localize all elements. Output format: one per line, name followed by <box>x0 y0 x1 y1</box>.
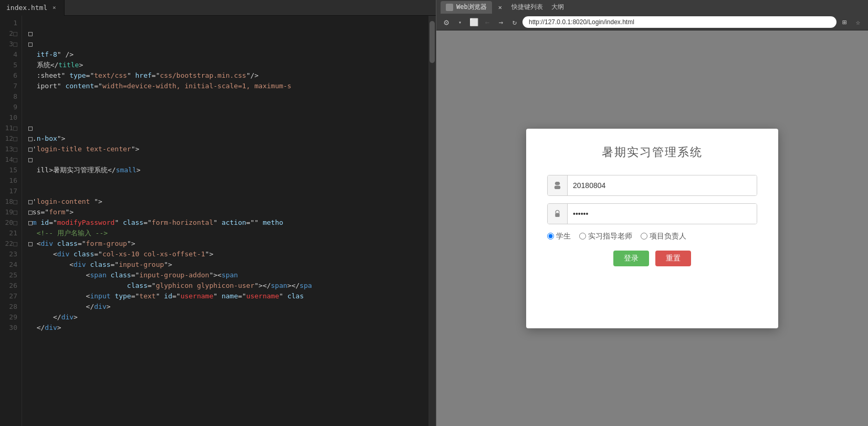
reset-button[interactable]: 重置 <box>655 251 691 266</box>
code-line-16 <box>28 175 428 186</box>
radio-manager-input[interactable] <box>641 233 647 240</box>
url-text: http://127.0.0.1:8020/Login/index.html <box>529 18 634 26</box>
browser-viewport: 暑期实习管理系统 <box>436 30 868 426</box>
code-line-15: ill>暑期实习管理系统</small> <box>28 165 428 175</box>
radio-manager-label: 项目负责人 <box>650 232 686 241</box>
browser-tab-web[interactable]: Web浏览器 <box>441 1 492 14</box>
code-line-29: </div> <box>28 312 428 323</box>
username-input-group <box>547 175 757 196</box>
code-line-8 <box>28 91 428 102</box>
browser-tab-shortcuts[interactable]: 快捷键列表 <box>508 3 546 12</box>
screenshot-btn[interactable]: ⬜ <box>468 16 479 28</box>
login-card: 暑期实习管理系统 <box>526 129 778 328</box>
browser-toolbar: Web浏览器 ✕ 快捷键列表 大纲 ⚙ ▾ ⬜ ← → ↻ http://127… <box>436 0 868 30</box>
editor-scrollbar[interactable] <box>428 16 436 426</box>
grid-btn[interactable]: ⊞ <box>839 16 850 28</box>
code-line-14: □ <box>28 154 428 165</box>
login-button[interactable]: 登录 <box>613 251 649 266</box>
code-line-24: <div class="input-group"> <box>28 259 428 270</box>
code-line-19: □ss="form"> <box>28 207 428 217</box>
browser-nav: ⚙ ▾ ⬜ ← → ↻ http://127.0.0.1:8020/Login/… <box>436 15 868 30</box>
browser-tab-separator: ✕ <box>494 4 506 11</box>
forward-btn[interactable]: → <box>495 16 507 28</box>
code-line-18: □'login-content "> <box>28 196 428 207</box>
password-input-group <box>547 203 757 224</box>
code-line-17 <box>28 186 428 196</box>
settings-dropdown-btn[interactable]: ▾ <box>454 16 466 28</box>
code-line-13: □'login-title text-center"> <box>28 144 428 154</box>
radio-teacher-label: 实习指导老师 <box>588 232 632 241</box>
radio-student-label: 学生 <box>556 232 571 241</box>
editor-panel: index.html × 1 2□ 3□ 4 5 6 7 8 9 10 11□ … <box>0 0 436 426</box>
browser-tab-outline[interactable]: 大纲 <box>548 3 567 12</box>
browser-tab-label-web: Web浏览器 <box>456 3 487 12</box>
code-line-23: <div class="col-xs-10 col-xs-offset-1"> <box>28 249 428 259</box>
radio-teacher-input[interactable] <box>579 233 586 240</box>
form-buttons: 登录 重置 <box>547 251 757 266</box>
bookmark-btn[interactable]: ☆ <box>852 16 864 28</box>
code-line-2: □ <box>28 28 428 39</box>
tab-label: index.html <box>6 4 47 12</box>
username-input[interactable] <box>568 175 757 195</box>
code-line-30: </div> <box>28 323 428 333</box>
code-line-3: □ <box>28 39 428 49</box>
radio-teacher[interactable]: 实习指导老师 <box>579 232 632 241</box>
code-content[interactable]: □ □ itf-8" /> 系统</title> :sheet" type="t… <box>22 16 428 426</box>
username-icon <box>548 175 568 195</box>
svg-rect-3 <box>555 213 559 217</box>
svg-rect-1 <box>555 182 560 185</box>
login-title: 暑期实习管理系统 <box>547 144 757 160</box>
code-line-26: class="glyphicon glyphicon-user"></span>… <box>28 280 428 291</box>
editor-tab-index-html[interactable]: index.html × <box>0 0 65 16</box>
code-line-25: <span class="input-group-addon"><span <box>28 270 428 280</box>
svg-rect-2 <box>555 185 560 189</box>
radio-manager[interactable]: 项目负责人 <box>641 232 686 241</box>
code-line-22: □ <div class="form-group"> <box>28 238 428 249</box>
code-line-9 <box>28 102 428 112</box>
code-line-20: □m id="modifyPassword" class="form-horiz… <box>28 217 428 228</box>
code-line-28: </div> <box>28 302 428 312</box>
code-line-10 <box>28 112 428 123</box>
line-numbers: 1 2□ 3□ 4 5 6 7 8 9 10 11□ 12□ 13□ 14□ 1… <box>0 16 22 426</box>
browser-panel: Web浏览器 ✕ 快捷键列表 大纲 ⚙ ▾ ⬜ ← → ↻ http://127… <box>436 0 868 426</box>
code-line-4: itf-8" /> <box>28 49 428 60</box>
password-icon <box>548 204 568 224</box>
browser-favicon <box>446 4 453 11</box>
browser-nav-right: ⊞ ☆ <box>839 16 864 28</box>
tab-close-icon[interactable]: × <box>50 4 58 12</box>
code-line-5: 系统</title> <box>28 60 428 70</box>
back-btn[interactable]: ← <box>482 16 493 28</box>
editor-scrollbar-thumb[interactable] <box>430 21 435 63</box>
code-line-1 <box>28 18 428 28</box>
code-area: 1 2□ 3□ 4 5 6 7 8 9 10 11□ 12□ 13□ 14□ 1… <box>0 16 436 426</box>
code-line-12: □.n-box"> <box>28 133 428 144</box>
password-input[interactable] <box>568 204 757 224</box>
code-line-11: □ <box>28 123 428 133</box>
radio-student-input[interactable] <box>547 233 554 240</box>
editor-tab-bar: index.html × <box>0 0 436 16</box>
refresh-btn[interactable]: ↻ <box>509 16 520 28</box>
browser-tabs: Web浏览器 ✕ 快捷键列表 大纲 <box>436 0 868 15</box>
role-radio-group: 学生 实习指导老师 项目负责人 <box>547 232 757 241</box>
code-line-7: iport" content="width=device-width, init… <box>28 81 428 91</box>
code-line-6: :sheet" type="text/css" href="css/bootst… <box>28 70 428 81</box>
url-bar[interactable]: http://127.0.0.1:8020/Login/index.html <box>522 16 836 28</box>
code-line-21: <!-- 用户名输入 --> <box>28 228 428 238</box>
radio-student[interactable]: 学生 <box>547 232 571 241</box>
settings-btn[interactable]: ⚙ <box>441 16 452 28</box>
code-line-27: <input type="text" id="username" name="u… <box>28 291 428 302</box>
